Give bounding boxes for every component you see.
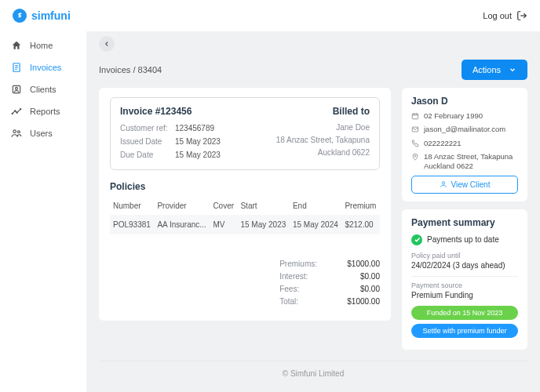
billed-name: Jane Doe (276, 122, 370, 134)
logout-icon (516, 10, 527, 21)
svg-point-6 (12, 113, 13, 114)
interest-label: Interest: (279, 270, 308, 283)
invoice-header-box: Invoice #123456 Billed to Customer ref:1… (110, 97, 380, 170)
premiums-label: Premiums: (279, 258, 317, 270)
svg-point-10 (13, 130, 16, 133)
reports-icon (11, 106, 22, 117)
billed-street: 18 Anzac Street, Takapuna (276, 134, 370, 147)
payment-status-text: Payments up to date (427, 235, 499, 244)
invoice-title: Invoice #123456 (120, 106, 192, 117)
users-icon (11, 128, 22, 139)
breadcrumb-id: 83404 (138, 65, 162, 74)
payment-source-label: Payment source (411, 281, 518, 289)
premiums-value: $1000.00 (341, 258, 380, 270)
svg-point-18 (442, 182, 444, 184)
billed-to-block: Jane Doe 18 Anzac Street, Takapuna Auckl… (276, 122, 370, 162)
sidebar-item-label: Invoices (30, 63, 61, 72)
sidebar-item-label: Home (30, 41, 53, 50)
actions-label: Actions (472, 65, 501, 74)
main-content: Invoices / 83404 Actions Invoice #123456… (86, 31, 540, 392)
topbar: simfuni Log out (0, 0, 540, 31)
clients-icon (11, 84, 22, 95)
svg-point-9 (20, 109, 21, 110)
check-circle-icon (411, 234, 422, 245)
cell-number: POL93381 (110, 215, 154, 234)
client-address: 18 Anzac Street, TakapunaAuckland 0622 (424, 152, 513, 172)
client-name: Jason D (411, 96, 518, 107)
pin-icon (411, 153, 419, 161)
back-button[interactable] (99, 36, 115, 52)
invoice-meta: Customer ref:123456789 Issued Date15 May… (120, 122, 221, 162)
customer-ref-label: Customer ref: (120, 122, 175, 135)
fees-value: $0.00 (341, 283, 380, 296)
payment-source-value: Premium Funding (411, 291, 518, 299)
col-provider: Provider (154, 197, 210, 215)
settle-pill[interactable]: Settle with premium funder (411, 324, 518, 338)
sidebar-item-label: Clients (30, 85, 57, 94)
payment-status: Payments up to date (411, 234, 518, 245)
col-premium: Premium (341, 197, 380, 215)
col-number: Number (110, 197, 154, 215)
col-end: End (290, 197, 342, 215)
col-start: Start (237, 197, 290, 215)
divider (411, 276, 518, 277)
mail-icon (411, 125, 419, 133)
brand-logo: simfuni (13, 9, 71, 23)
payment-summary-title: Payment summary (411, 217, 518, 228)
paid-until-value: 24/02/2024 (3 days ahead) (411, 261, 518, 270)
client-email: jason_d@mailinator.com (424, 125, 505, 134)
footer: © Simfuni Limited (99, 361, 527, 386)
svg-point-11 (17, 131, 20, 133)
client-dob: 02 February 1990 (424, 111, 483, 121)
chevron-left-icon (103, 40, 111, 48)
cell-provider: AA Insuranc... (154, 215, 210, 234)
brand-name: simfuni (31, 9, 71, 22)
invoice-panel: Invoice #123456 Billed to Customer ref:1… (99, 88, 391, 321)
svg-point-8 (16, 112, 17, 113)
policies-title: Policies (110, 181, 380, 192)
sidebar-item-clients[interactable]: Clients (0, 78, 86, 100)
svg-point-5 (16, 87, 18, 89)
cell-end: 15 May 2024 (290, 215, 342, 234)
due-date-value: 15 May 2023 (175, 151, 221, 159)
interest-value: $0.00 (341, 270, 380, 283)
svg-point-7 (15, 111, 16, 111)
phone-icon (411, 140, 419, 147)
table-row[interactable]: POL93381 AA Insuranc... MV 15 May 2023 1… (110, 215, 380, 234)
cell-cover: MV (210, 215, 237, 234)
view-client-label: View Client (451, 180, 491, 189)
total-value: $1000.00 (341, 296, 380, 308)
brand-mark-icon (13, 9, 27, 23)
footer-text: © Simfuni Limited (283, 369, 345, 378)
billed-city: Auckland 0622 (276, 147, 370, 159)
billed-to-label: Billed to (333, 106, 370, 117)
svg-rect-12 (412, 114, 418, 119)
logout-button[interactable]: Log out (483, 10, 527, 21)
sidebar-item-label: Users (30, 129, 53, 138)
policies-table: Number Provider Cover Start End Premium … (110, 197, 380, 234)
issued-date-value: 15 May 2023 (175, 137, 221, 146)
payment-summary-panel: Payment summary Payments up to date Poli… (402, 209, 527, 350)
home-icon (11, 40, 22, 51)
paid-until-label: Policy paid until (411, 252, 518, 260)
client-panel: Jason D 02 February 1990 jason_d@mailina… (402, 88, 527, 201)
fees-label: Fees: (279, 283, 299, 296)
user-icon (440, 180, 447, 188)
breadcrumb: Invoices / 83404 (99, 65, 162, 74)
sidebar-item-label: Reports (30, 107, 60, 116)
view-client-button[interactable]: View Client (411, 176, 518, 194)
cell-start: 15 May 2023 (237, 215, 290, 234)
sidebar-item-home[interactable]: Home (0, 34, 86, 56)
sidebar-item-invoices[interactable]: Invoices (0, 56, 86, 78)
calendar-icon (411, 112, 419, 120)
col-cover: Cover (210, 197, 237, 215)
breadcrumb-section: Invoices (99, 65, 130, 74)
sidebar-item-reports[interactable]: Reports (0, 100, 86, 122)
actions-button[interactable]: Actions (462, 60, 527, 80)
svg-point-17 (414, 155, 416, 157)
client-phone: 022222221 (424, 139, 462, 148)
sidebar: Home Invoices Clients Reports Users (0, 31, 86, 392)
totals-block: Premiums:$1000.00 Interest:$0.00 Fees:$0… (110, 258, 380, 308)
sidebar-item-users[interactable]: Users (0, 122, 86, 144)
customer-ref-value: 123456789 (175, 124, 214, 132)
